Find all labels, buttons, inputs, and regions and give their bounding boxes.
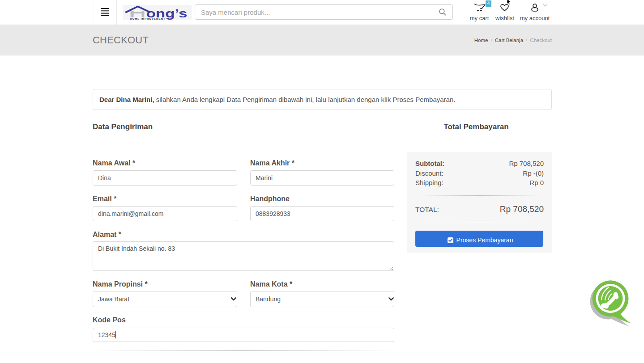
svg-text:HOME IMPROVEMENT: HOME IMPROVEMENT (130, 17, 165, 20)
